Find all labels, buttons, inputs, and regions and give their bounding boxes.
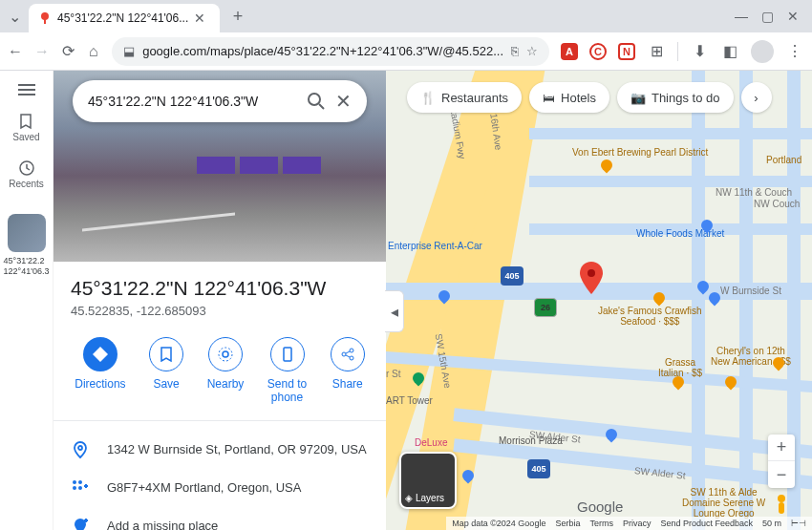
minimize-icon[interactable]: — <box>735 9 748 24</box>
svg-rect-5 <box>284 348 291 361</box>
add-missing-place-row[interactable]: Add a missing place <box>53 507 386 530</box>
svg-point-2 <box>309 94 320 105</box>
tab-dropdown-chevron[interactable]: ⌄ <box>6 8 23 26</box>
map-canvas[interactable]: W Burnside St SW Alder St SW Alder St St… <box>386 71 812 530</box>
footer-copyright: Map data ©2024 Google <box>452 519 545 528</box>
back-button[interactable]: ← <box>8 43 23 60</box>
restaurant-icon: 🍴 <box>420 91 436 105</box>
footer-scale: 50 m <box>762 519 781 528</box>
home-button[interactable]: ⌂ <box>87 43 101 60</box>
directions-button[interactable]: Directions <box>75 337 125 405</box>
chip-hotels[interactable]: 🛏Hotels <box>529 82 609 113</box>
install-icon[interactable]: ⎘ <box>511 44 519 58</box>
tab-close-icon[interactable]: ✕ <box>194 11 205 26</box>
poi-art-tower: ART Tower <box>386 395 433 406</box>
forward-button[interactable]: → <box>34 43 50 60</box>
zoom-out-button[interactable]: − <box>768 461 795 488</box>
phone-icon <box>280 347 295 362</box>
ext-icon-2[interactable]: C <box>589 43 607 60</box>
camera-icon: 📷 <box>630 91 646 105</box>
footer-privacy[interactable]: Privacy <box>623 519 652 528</box>
google-logo: Google <box>577 498 623 515</box>
search-bar: ✕ <box>73 80 367 122</box>
search-icon[interactable] <box>307 92 326 111</box>
address-row[interactable]: 1342 W Burnside St, Portland, OR 97209, … <box>53 431 386 469</box>
profile-avatar[interactable] <box>751 40 774 63</box>
close-window-icon[interactable]: ✕ <box>787 9 799 24</box>
bookmark-icon[interactable]: ☆ <box>526 44 538 58</box>
shield-sr26: 26 <box>534 298 557 317</box>
recents-button[interactable]: Recents <box>9 159 44 189</box>
poi-grassa[interactable]: Grassa Italian · $$ <box>658 357 702 378</box>
svg-point-7 <box>350 349 353 352</box>
downloads-icon[interactable]: ⬇ <box>690 42 709 60</box>
poi-pin-vonebert[interactable] <box>599 158 615 174</box>
poi-jakes[interactable]: Jake's Famous Crawfish Seafood · $$$ <box>598 306 702 327</box>
poi-wholefoods[interactable]: Whole Foods Market <box>636 228 724 239</box>
svg-point-10 <box>73 480 76 484</box>
poi-portland[interactable]: Portland <box>766 155 801 165</box>
clear-search-icon[interactable]: ✕ <box>335 90 352 113</box>
save-button[interactable]: Save <box>149 337 183 405</box>
omnibox[interactable]: ⬓ google.com/maps/place/45°31'22.2"N+122… <box>112 37 549 66</box>
shield-i405-a: 405 <box>501 266 524 286</box>
label-star: r St <box>386 369 401 379</box>
svg-point-12 <box>73 486 76 490</box>
site-info-icon[interactable]: ⬓ <box>123 44 135 58</box>
share-button[interactable]: Share <box>331 337 365 405</box>
collapse-panel-button[interactable]: ◂ <box>385 290 404 332</box>
pegman[interactable] <box>768 492 795 519</box>
hotel-icon: 🛏 <box>543 91 555 105</box>
road-12th <box>739 71 753 530</box>
add-place-icon <box>71 517 90 530</box>
menu-button[interactable] <box>18 84 35 95</box>
label-burnside: W Burnside St <box>720 286 781 296</box>
bookmark-outline-icon <box>17 113 34 130</box>
chip-things[interactable]: 📷Things to do <box>617 82 734 113</box>
search-input[interactable] <box>88 94 297 109</box>
layers-icon: ◈ <box>405 493 413 503</box>
road-nw-2 <box>529 176 812 187</box>
svg-point-6 <box>342 352 346 356</box>
zoom-in-button[interactable]: + <box>768 435 795 461</box>
svg-rect-16 <box>779 502 784 514</box>
shield-i405-b: 405 <box>527 459 550 478</box>
svg-point-3 <box>223 351 228 357</box>
pluscode-icon <box>71 478 90 498</box>
svg-point-4 <box>219 348 232 361</box>
place-panel: ✕ 45°31'22.2"N 122°41'06.3"W 45.522835, … <box>53 71 386 530</box>
chip-more[interactable]: › <box>741 82 772 113</box>
label-morrison: Morrison Plaza <box>499 435 563 446</box>
kebab-menu-icon[interactable]: ⋮ <box>785 42 804 60</box>
poi-deluxe[interactable]: DeLuxe <box>415 437 447 448</box>
footer-terms[interactable]: Terms <box>589 519 613 528</box>
left-sidebar: Saved Recents 45°31'22.2 122°41'06.3 <box>0 71 53 530</box>
maximize-icon[interactable]: ▢ <box>761 9 774 24</box>
saved-button[interactable]: Saved <box>12 113 39 142</box>
chip-restaurants[interactable]: 🍴Restaurants <box>407 82 522 113</box>
recent-thumbnail[interactable]: 45°31'22.2 122°41'06.3 <box>0 206 53 277</box>
extensions-icon[interactable]: ⊞ <box>647 42 666 60</box>
layers-button[interactable]: ◈Layers <box>399 452 457 509</box>
ext-icon-1[interactable]: A <box>561 43 578 60</box>
nearby-button[interactable]: Nearby <box>207 337 245 405</box>
browser-tab[interactable]: 45°31'22.2"N 122°41'06... ✕ <box>29 4 220 32</box>
map-footer: Map data ©2024 Google Serbia Terms Priva… <box>446 517 812 530</box>
footer-feedback[interactable]: Send Product Feedback <box>660 519 753 528</box>
poi-von-ebert[interactable]: Von Ebert Brewing Pearl District <box>572 147 708 158</box>
label-nw11: NW 11th & Couch <box>716 187 792 198</box>
reload-button[interactable]: ⟳ <box>61 42 75 60</box>
poi-domaine[interactable]: SW 11th & Alde Domaine Serene W Lounge O… <box>682 487 765 519</box>
sidepanel-icon[interactable]: ◧ <box>720 42 739 60</box>
map-marker-primary[interactable] <box>579 262 604 296</box>
pluscode-row[interactable]: G8F7+4XM Portland, Oregon, USA <box>53 469 386 507</box>
road-13th <box>692 71 705 530</box>
footer-region[interactable]: Serbia <box>555 519 580 528</box>
new-tab-button[interactable]: + <box>225 4 250 29</box>
send-to-phone-button[interactable]: Send to phone <box>267 337 307 405</box>
poi-enterprise[interactable]: Enterprise Rent-A-Car <box>388 241 482 251</box>
separator <box>677 42 678 61</box>
ext-icon-3[interactable]: N <box>618 43 635 60</box>
coordinates-decimal: 45.522835, -122.685093 <box>71 304 369 318</box>
streetview-thumb <box>8 214 46 252</box>
